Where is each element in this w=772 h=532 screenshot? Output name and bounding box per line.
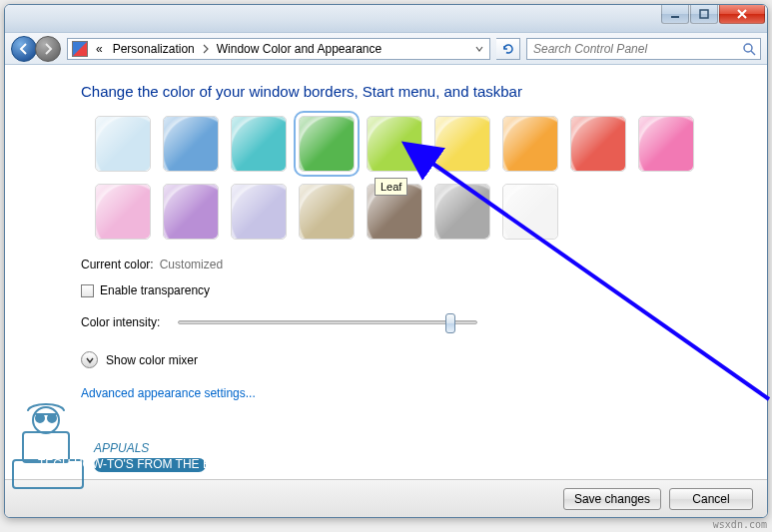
current-color-label: Current color: <box>81 258 154 271</box>
color-swatch-violet[interactable] <box>163 184 219 240</box>
color-intensity-label: Color intensity: <box>81 315 160 329</box>
color-swatch-grid: Leaf <box>95 116 714 240</box>
window-color-appearance-window: « Personalization Window Color and Appea… <box>4 4 768 518</box>
transparency-checkbox[interactable] <box>81 284 94 297</box>
color-swatch-sea[interactable] <box>231 116 287 172</box>
save-changes-button[interactable]: Save changes <box>563 488 661 510</box>
color-swatch-fuchsia[interactable] <box>638 116 694 172</box>
minimize-button[interactable] <box>661 5 689 24</box>
refresh-button[interactable] <box>496 38 520 60</box>
titlebar <box>5 5 767 33</box>
control-panel-icon <box>72 41 88 57</box>
color-swatch-sun[interactable] <box>434 116 490 172</box>
back-button[interactable] <box>11 36 37 62</box>
color-swatch-blush[interactable] <box>95 184 151 240</box>
show-color-mixer-label: Show color mixer <box>106 353 198 367</box>
color-swatch-chocolate[interactable] <box>367 184 422 240</box>
show-color-mixer-row[interactable]: Show color mixer <box>81 351 697 368</box>
page-heading: Change the color of your window borders,… <box>81 83 697 100</box>
nav-arrows <box>11 36 61 62</box>
footer-bar: Save changes Cancel <box>5 479 767 517</box>
close-button[interactable] <box>719 5 765 24</box>
breadcrumb-window-color[interactable]: Window Color and Appearance <box>213 40 386 58</box>
color-swatch-lavender[interactable] <box>231 184 287 240</box>
color-swatch-twilight[interactable] <box>163 116 219 172</box>
advanced-appearance-link[interactable]: Advanced appearance settings... <box>81 386 697 400</box>
current-color-value: Customized <box>160 258 223 271</box>
forward-button[interactable] <box>35 36 61 62</box>
svg-point-2 <box>744 44 752 52</box>
transparency-checkbox-row[interactable]: Enable transparency <box>81 283 697 297</box>
current-color-row: Current color: Customized <box>81 258 697 271</box>
address-bar[interactable]: « Personalization Window Color and Appea… <box>67 38 490 60</box>
content-area: Change the color of your window borders,… <box>5 65 767 479</box>
color-swatch-taupe[interactable] <box>299 184 355 240</box>
search-input[interactable] <box>531 41 738 57</box>
search-icon[interactable] <box>742 42 756 56</box>
svg-rect-1 <box>700 10 708 18</box>
color-swatch-lime[interactable] <box>367 116 422 172</box>
breadcrumb-root[interactable]: « <box>92 40 107 58</box>
transparency-label: Enable transparency <box>100 283 210 297</box>
source-watermark: wsxdn.com <box>713 519 767 530</box>
color-swatch-leaf[interactable] <box>299 116 355 172</box>
address-dropdown-icon[interactable] <box>471 46 487 52</box>
color-swatch-frost[interactable] <box>502 184 558 240</box>
search-box[interactable] <box>526 38 761 60</box>
expand-chevron-icon[interactable] <box>81 351 98 368</box>
cancel-button[interactable]: Cancel <box>669 488 753 510</box>
svg-rect-0 <box>671 16 679 18</box>
save-changes-label: Save changes <box>574 492 650 506</box>
color-intensity-row: Color intensity: <box>81 315 697 329</box>
color-swatch-sky[interactable] <box>95 116 151 172</box>
color-intensity-slider[interactable] <box>178 320 477 324</box>
color-swatch-ruby[interactable] <box>570 116 626 172</box>
slider-thumb[interactable] <box>445 313 455 333</box>
cancel-label: Cancel <box>692 492 729 506</box>
navbar: « Personalization Window Color and Appea… <box>5 33 767 65</box>
chevron-right-icon[interactable] <box>201 41 211 57</box>
breadcrumb-personalization[interactable]: Personalization <box>109 40 199 58</box>
maximize-button[interactable] <box>690 5 718 24</box>
color-swatch-pumpkin[interactable] <box>502 116 558 172</box>
color-swatch-slate[interactable] <box>434 184 490 240</box>
